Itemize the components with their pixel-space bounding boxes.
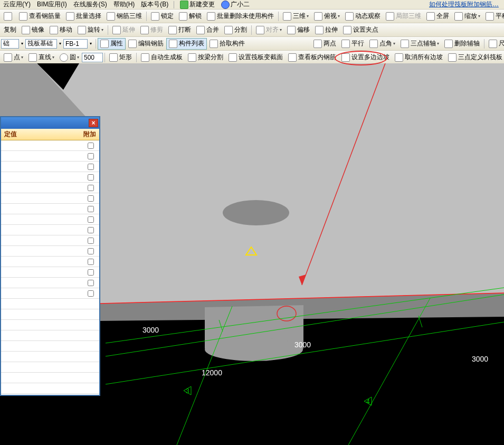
btn-unlock[interactable]: 解锁: [176, 11, 204, 22]
panel-row[interactable]: [1, 320, 99, 330]
sel-category[interactable]: [1, 39, 19, 49]
btn-3d[interactable]: 三维: [280, 11, 311, 22]
helper-button[interactable]: 广小二: [218, 0, 253, 9]
btn-three-pt-slab[interactable]: 三点定义斜筏板: [445, 52, 504, 63]
btn-cancel-slope[interactable]: 取消所有边坡: [392, 52, 445, 63]
panel-row[interactable]: [1, 383, 99, 394]
btn-del-aux[interactable]: 删除辅轴: [442, 38, 482, 50]
help-link[interactable]: 如何处理筏板附加钢筋…: [429, 0, 504, 9]
panel-row[interactable]: [1, 151, 99, 162]
btn-zoom[interactable]: 缩放: [452, 11, 483, 22]
panel-row[interactable]: [1, 193, 99, 204]
panel-row[interactable]: [1, 352, 99, 362]
btn-break[interactable]: 打断: [166, 24, 194, 36]
panel-row[interactable]: [1, 183, 99, 193]
menu-online[interactable]: 在线服务(S): [70, 0, 110, 9]
panel-row[interactable]: [1, 225, 99, 235]
btn-stretch[interactable]: 拉伸: [312, 24, 340, 36]
dropdown-icon[interactable]: ▾: [19, 41, 25, 46]
panel-row[interactable]: [1, 288, 99, 299]
sel-name[interactable]: [63, 39, 88, 49]
btn-dynamic-view[interactable]: 动态观察: [343, 11, 383, 22]
panel-row[interactable]: [1, 204, 99, 214]
btn-point[interactable]: 点: [1, 52, 26, 63]
btn-line[interactable]: 直线: [26, 52, 57, 63]
btn-view-slab-rebar[interactable]: 查看板内钢筋: [286, 52, 339, 63]
panel-row[interactable]: [1, 214, 99, 225]
btn-beam-split[interactable]: 按梁分割: [185, 52, 226, 63]
btn-parallel[interactable]: 平行: [339, 38, 367, 50]
row-checkbox[interactable]: [88, 185, 94, 191]
btn-lock[interactable]: 锁定: [148, 11, 176, 22]
btn-three-aux[interactable]: 三点辅轴: [398, 38, 442, 50]
btn-fullscreen[interactable]: 全屏: [424, 11, 452, 22]
panel-row[interactable]: [1, 278, 99, 288]
row-checkbox[interactable]: [88, 248, 94, 254]
btn-property[interactable]: 属性: [98, 38, 126, 50]
btn-extend[interactable]: 延伸: [110, 24, 138, 36]
menu-cloud[interactable]: 云应用(Y): [0, 0, 34, 9]
panel-row[interactable]: [1, 341, 99, 352]
btn-pick[interactable]: 拾取构件: [207, 38, 248, 50]
panel-row[interactable]: [1, 330, 99, 341]
btn-component-list[interactable]: 构件列表: [166, 38, 207, 50]
btn-rotate[interactable]: 旋转: [75, 24, 106, 36]
row-checkbox[interactable]: [88, 206, 94, 212]
row-checkbox[interactable]: [88, 269, 94, 276]
btn-merge[interactable]: 合并: [194, 24, 222, 36]
btn-icon1[interactable]: [1, 11, 16, 22]
panel-row[interactable]: [1, 246, 99, 257]
panel-close-button[interactable]: ×: [89, 119, 98, 127]
btn-batch-select[interactable]: 批量选择: [63, 11, 104, 22]
btn-move[interactable]: 移动: [47, 24, 75, 36]
dropdown-icon[interactable]: ▾: [88, 41, 94, 46]
btn-batch-del[interactable]: 批量删除未使用构件: [204, 11, 277, 22]
sel-type[interactable]: [25, 39, 57, 49]
dropdown-icon[interactable]: ▾: [57, 41, 63, 46]
row-checkbox[interactable]: [88, 259, 94, 265]
btn-local-3d[interactable]: 局部三维: [383, 11, 424, 22]
btn-rect[interactable]: 矩形: [107, 52, 135, 63]
row-checkbox[interactable]: [88, 227, 94, 233]
row-checkbox[interactable]: [88, 238, 94, 244]
panel-row[interactable]: [1, 267, 99, 278]
btn-dimension[interactable]: 尺寸标注: [486, 38, 504, 50]
btn-pan[interactable]: 平移: [483, 11, 504, 22]
size-input[interactable]: [82, 53, 103, 62]
panel-row[interactable]: [1, 162, 99, 172]
btn-offset[interactable]: 偏移: [284, 24, 312, 36]
btn-view-rebar[interactable]: 查看钢筋量: [16, 11, 63, 22]
panel-row[interactable]: [1, 172, 99, 183]
row-checkbox[interactable]: [88, 216, 94, 223]
row-checkbox[interactable]: [88, 174, 94, 181]
row-checkbox[interactable]: [88, 143, 94, 149]
btn-point-angle[interactable]: 点角: [367, 38, 398, 50]
btn-copy[interactable]: 复制: [1, 24, 19, 36]
row-checkbox[interactable]: [88, 164, 94, 170]
panel-titlebar[interactable]: ×: [1, 117, 99, 129]
menu-bim[interactable]: BIM应用(I): [34, 0, 70, 9]
btn-auto-slab[interactable]: 自动生成板: [138, 52, 185, 63]
panel-row[interactable]: [1, 235, 99, 246]
btn-trim[interactable]: 修剪: [138, 24, 166, 36]
btn-circle[interactable]: 圆: [57, 52, 82, 63]
btn-set-section[interactable]: 设置筏板变截面: [226, 52, 286, 63]
row-checkbox[interactable]: [88, 195, 94, 202]
panel-row[interactable]: [1, 299, 99, 309]
btn-rebar-3d[interactable]: 钢筋三维: [104, 11, 145, 22]
btn-top-view[interactable]: 俯视: [311, 11, 343, 22]
panel-row[interactable]: [1, 140, 99, 151]
btn-split[interactable]: 分割: [222, 24, 250, 36]
row-checkbox[interactable]: [88, 280, 94, 286]
panel-row[interactable]: [1, 362, 99, 373]
panel-row[interactable]: [1, 257, 99, 267]
btn-two-point[interactable]: 两点: [311, 38, 339, 50]
btn-mirror[interactable]: 镜像: [19, 24, 47, 36]
row-checkbox[interactable]: [88, 290, 94, 297]
row-checkbox[interactable]: [88, 153, 94, 159]
new-change-button[interactable]: 新建变更: [177, 0, 218, 9]
btn-align[interactable]: 对齐: [253, 24, 284, 36]
btn-set-grip[interactable]: 设置夹点: [340, 24, 381, 36]
panel-row[interactable]: [1, 309, 99, 320]
menu-help[interactable]: 帮助(H): [110, 0, 138, 9]
